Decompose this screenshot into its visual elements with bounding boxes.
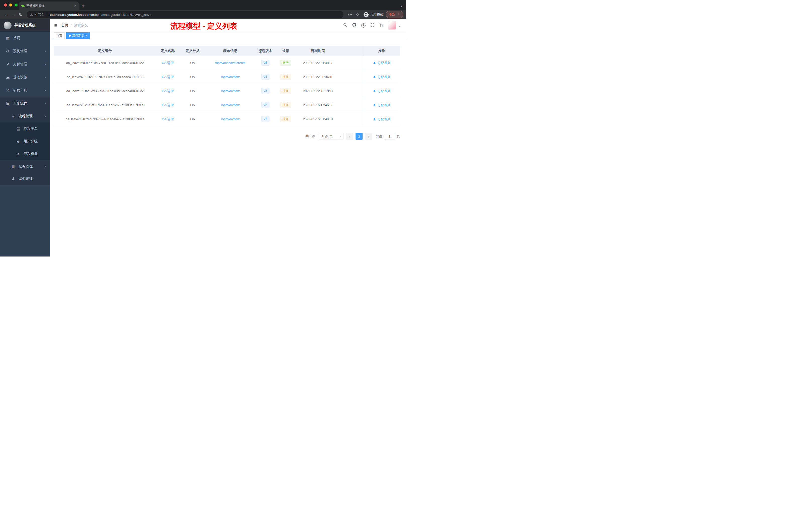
help-icon[interactable]: ? — [361, 23, 366, 28]
pagination-total: 共 5 条 — [306, 134, 316, 139]
sidebar-item-process-form[interactable]: ▤ 流程表单 — [0, 122, 50, 135]
assign-rule-button[interactable]: 分配规则 — [373, 89, 390, 93]
breadcrumb-home[interactable]: 首页 — [61, 23, 68, 28]
definition-category: OA — [179, 70, 206, 84]
deploy-time: 2022-01-22 20:34:10 — [295, 70, 342, 84]
sidebar: 芋道管理系统 ▦ 首页 ⚙ 系统管理 ∨ ¥ 支付管理 ∨ ☁ 基础设施 ∨ ⚒… — [0, 19, 50, 256]
window-zoom-button[interactable] — [14, 3, 18, 6]
person-icon — [373, 103, 376, 107]
logo-avatar — [3, 21, 12, 30]
goto-label: 前往 — [376, 134, 382, 139]
definition-category: OA — [179, 112, 206, 126]
bookmark-star-icon[interactable]: ☆ — [356, 12, 359, 17]
page-number-button[interactable]: 1 — [355, 133, 362, 140]
column-header-status: 状态 — [276, 46, 295, 56]
back-button[interactable]: ← — [3, 12, 10, 17]
address-bar[interactable]: ⚠ 不安全 | dashboard.yudao.iocoder.cn /bpm/… — [27, 11, 344, 18]
form-link[interactable]: /bpm/oa/leave/create — [215, 61, 245, 65]
tab-close-icon[interactable]: × — [74, 4, 76, 7]
new-tab-button[interactable]: + — [82, 3, 85, 8]
goto-page-input[interactable] — [384, 133, 395, 140]
paper-plane-icon: ➤ — [16, 152, 21, 156]
app-title: 芋道管理系统 — [14, 23, 35, 28]
url-domain: dashboard.yudao.iocoder.cn — [50, 13, 94, 17]
chrome-update-button[interactable]: 更新 ⋮ — [386, 11, 403, 18]
macos-traffic-lights — [4, 3, 18, 6]
definition-id: oa_leave:5:004b710b-7b8a-11ec-8ef0-acde4… — [54, 56, 156, 70]
sidebar-item-label: 研发工具 — [13, 88, 27, 93]
browser-tab[interactable]: 芋道管理系统 × — [19, 1, 79, 10]
sidebar-item-devtools[interactable]: ⚒ 研发工具 ∨ — [0, 84, 50, 97]
window-minimize-button[interactable] — [9, 3, 12, 6]
avatar-caret-icon[interactable]: ▾ — [399, 25, 401, 30]
chevron-down-icon: ∨ — [44, 165, 46, 168]
definition-name-link[interactable]: OA 请假 — [162, 75, 174, 79]
warning-icon: ⚠ — [30, 13, 33, 17]
list-icon: ≡ — [10, 114, 16, 118]
definition-category: OA — [179, 56, 206, 70]
form-link[interactable]: /bpm/oa/flow — [221, 117, 239, 121]
form-link[interactable]: /bpm/oa/flow — [221, 89, 239, 93]
sidebar-item-process-management[interactable]: ≡ 流程管理 ∧ — [0, 110, 50, 122]
definition-name-link[interactable]: OA 请假 — [162, 61, 174, 65]
assign-rule-button[interactable]: 分配规则 — [373, 75, 390, 79]
status-badge: 挂起 — [280, 74, 291, 80]
sidebar-logo[interactable]: 芋道管理系统 — [0, 19, 50, 32]
kebab-menu-icon[interactable]: ⋮ — [397, 13, 400, 17]
definition-id: oa_leave:1:482ec033-762a-11ec-8477-a2380… — [54, 112, 156, 126]
definition-name-link[interactable]: OA 请假 — [162, 103, 174, 108]
sidebar-item-process-model[interactable]: ➤ 流程模型 — [0, 148, 50, 160]
chevron-up-icon: ∧ — [44, 102, 46, 105]
assign-rule-button[interactable]: 分配规则 — [373, 103, 390, 108]
form-link[interactable]: /bpm/oa/flow — [221, 103, 239, 107]
definition-category: OA — [179, 98, 206, 112]
search-icon[interactable] — [343, 23, 347, 28]
sidebar-item-task-management[interactable]: ▥ 任务管理 ∨ — [0, 160, 50, 173]
definition-name-link[interactable]: OA 请假 — [162, 89, 174, 93]
form-icon: ▤ — [16, 126, 21, 131]
prev-page-button[interactable]: ‹ — [346, 133, 353, 140]
github-icon[interactable] — [352, 23, 356, 28]
breadcrumb-separator: / — [70, 23, 71, 27]
tab-search-chevron-icon[interactable]: ∨ — [400, 4, 403, 7]
fullscreen-icon[interactable] — [370, 23, 374, 28]
forward-button[interactable]: → — [10, 12, 17, 17]
chevron-down-icon: ∨ — [44, 50, 46, 53]
tag-close-icon[interactable]: × — [85, 34, 87, 37]
security-label[interactable]: 不安全 — [35, 12, 45, 17]
tag-process-definition[interactable]: 流程定义 × — [66, 32, 90, 39]
tag-home[interactable]: 首页 — [54, 32, 65, 39]
sidebar-item-leave-query[interactable]: 请假查询 — [0, 173, 50, 185]
assign-rule-button[interactable]: 分配规则 — [373, 61, 390, 65]
window-close-button[interactable] — [4, 3, 7, 6]
page-size-select[interactable]: 10条/页 ▾ — [319, 133, 344, 140]
person-icon — [373, 89, 376, 93]
sidebar-item-workflow[interactable]: ▣ 工作流程 ∧ — [0, 97, 50, 110]
definition-name-link[interactable]: OA 请假 — [162, 117, 174, 121]
gear-icon: ⚙ — [5, 49, 10, 54]
status-badge: 挂起 — [280, 88, 291, 94]
sidebar-item-infrastructure[interactable]: ☁ 基础设施 ∨ — [0, 71, 50, 84]
pagination: 共 5 条 10条/页 ▾ ‹ 1 › 前往 页 — [54, 133, 400, 140]
user-avatar[interactable] — [388, 21, 396, 30]
definition-category: OA — [179, 84, 206, 98]
sidebar-item-label: 流程管理 — [19, 114, 33, 118]
form-link[interactable]: /bpm/oa/flow — [221, 75, 239, 79]
sidebar-item-label: 首页 — [13, 36, 20, 40]
column-header-name: 定义名称 — [156, 46, 179, 56]
sidebar-item-payment[interactable]: ¥ 支付管理 ∨ — [0, 58, 50, 71]
sidebar-item-system[interactable]: ⚙ 系统管理 ∨ — [0, 45, 50, 58]
home-icon: ▦ — [5, 36, 10, 40]
sidebar-item-user-group[interactable]: ☻ 用户分组 — [0, 135, 50, 148]
version-badge: v3 — [261, 88, 270, 94]
hamburger-icon[interactable]: ≡ — [50, 22, 61, 28]
next-page-button[interactable]: › — [365, 133, 372, 140]
table-row: oa_leave:5:004b710b-7b8a-11ec-8ef0-acde4… — [54, 56, 400, 70]
sidebar-item-home[interactable]: ▦ 首页 — [0, 32, 50, 45]
password-key-icon[interactable] — [348, 12, 352, 17]
reload-button[interactable]: ↻ — [17, 12, 24, 17]
incognito-label: 无痕模式 — [370, 12, 383, 17]
font-size-icon[interactable]: TT — [379, 23, 383, 28]
assign-rule-button[interactable]: 分配规则 — [373, 117, 390, 121]
chevron-down-icon: ∨ — [44, 76, 46, 79]
